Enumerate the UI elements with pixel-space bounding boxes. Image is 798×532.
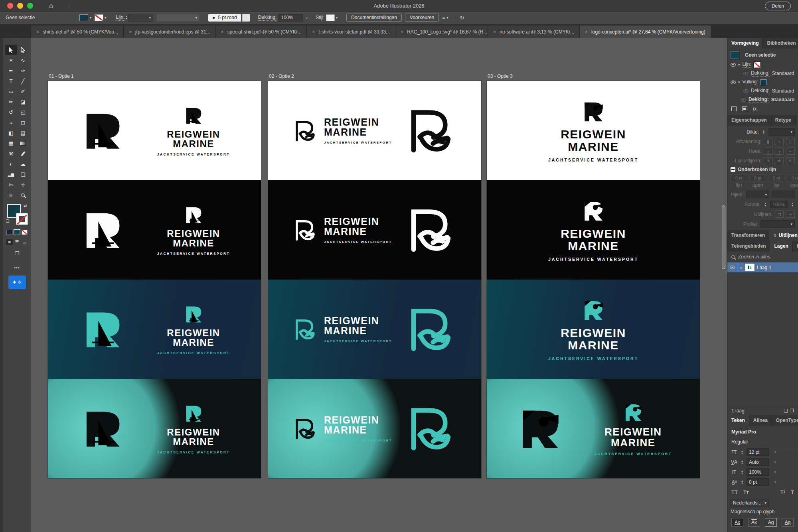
panel-grip-icon[interactable]: ⋯⋯	[13, 39, 21, 43]
tab-uitlijnen[interactable]: ⇅ Uitlijnen	[769, 230, 798, 241]
visibility-eye-icon[interactable]	[730, 266, 735, 269]
tab-lijn[interactable]: ⇅ Lijn	[796, 115, 798, 126]
shaper-tool[interactable]: ✏	[5, 97, 17, 107]
lasso-tool[interactable]: ∿	[17, 55, 29, 65]
stroke-label[interactable]: Lijn:	[743, 61, 751, 68]
chevron-down-icon[interactable]: ▾	[738, 80, 740, 84]
dashed-line-checkbox[interactable]	[731, 167, 735, 172]
close-icon[interactable]: ×	[493, 29, 496, 35]
zoom-tool[interactable]	[17, 190, 29, 200]
doc-tab[interactable]: × special-shirt.pdf @ 50 % (CMYK/...	[216, 26, 307, 38]
gap-field[interactable]: 0 pt	[787, 174, 798, 181]
chevron-down-icon[interactable]: ▾	[771, 449, 780, 456]
gradient-swatch[interactable]	[14, 230, 20, 235]
tab-teken[interactable]: Teken	[727, 415, 749, 426]
close-icon[interactable]: ×	[312, 29, 315, 35]
align-options-icon[interactable]: ≡	[442, 15, 445, 21]
weight-dropdown[interactable]: ▾	[768, 128, 795, 136]
chevron-down-icon[interactable]: ▾	[105, 16, 107, 20]
global-opacity-row[interactable]: Dekking: Standaard	[727, 95, 798, 104]
horizontal-scale-field[interactable]: 100%	[747, 468, 769, 476]
doc-tab[interactable]: × jfp-vastgoedonderhoud.eps @ 31...	[124, 26, 216, 38]
fill-swatch[interactable]	[79, 14, 88, 21]
stroke-color-control[interactable]: ▾	[95, 14, 107, 21]
superscript-button[interactable]: T¹	[780, 489, 785, 495]
tab-eigenschappen[interactable]: Eigenschappen	[727, 115, 771, 126]
stroke-proxy[interactable]	[16, 213, 28, 225]
profile-dropdown[interactable]: ▾	[760, 220, 795, 228]
stepper-icon[interactable]: ▴▾	[790, 202, 795, 207]
font-family-dropdown[interactable]: Myriad Pro	[727, 427, 798, 437]
opacity-label[interactable]: Dekking:	[749, 97, 769, 103]
eyedropper-tool[interactable]	[17, 148, 29, 159]
column-graph-tool[interactable]: ▂▆	[5, 169, 17, 179]
variable-width-profile-dropdown[interactable]: ▾	[156, 14, 200, 22]
artboard-label[interactable]: 02 - Optie 2	[269, 73, 294, 79]
layer-name[interactable]: Laag 1	[757, 265, 772, 270]
rotate-tool[interactable]: ↺	[5, 107, 17, 117]
tab-bibliotheken[interactable]: Bibliotheken	[763, 38, 798, 49]
align-center-button[interactable]: ╘	[764, 157, 772, 164]
stroke-none-swatch[interactable]	[95, 14, 103, 21]
all-caps-button[interactable]: TT	[731, 489, 738, 495]
layers-search[interactable]: Zoeken in alles	[727, 252, 798, 262]
stepper-icon[interactable]: ▴▾	[761, 130, 766, 134]
draw-normal-mode[interactable]: ◙	[6, 239, 13, 245]
doc-tab[interactable]: × shirts-def.ai* @ 50 % (CMYK/Voo...	[31, 26, 124, 38]
scale-tool[interactable]: ◱	[17, 107, 29, 117]
corner-bevel-button[interactable]: ⌐	[786, 148, 795, 155]
artboard-label[interactable]: 03 - Optie 3	[488, 73, 513, 79]
chevron-down-icon[interactable]: ▾	[771, 459, 780, 466]
font-style-dropdown[interactable]: Regular	[727, 437, 798, 447]
fill-label[interactable]: Vulling:	[743, 79, 758, 85]
print-tiling-tool[interactable]: ≣	[5, 190, 17, 200]
mesh-tool[interactable]: ▦	[5, 138, 17, 148]
snap-baseline-button[interactable]: Ax	[731, 518, 743, 527]
chevron-down-icon[interactable]: ▾	[771, 479, 780, 486]
baseline-shift-field[interactable]: 0 pt	[747, 478, 769, 486]
dash-field[interactable]: 0 pt	[731, 174, 747, 181]
align-outside-button[interactable]: ╛	[786, 157, 795, 164]
arrow-scale-field[interactable]: 100%	[770, 201, 788, 208]
pen-tool[interactable]: ✒	[5, 65, 17, 76]
cap-projecting-button[interactable]: ▯	[786, 138, 795, 145]
stroke-row[interactable]: ▾ Lijn:	[727, 60, 798, 69]
small-caps-button[interactable]: Tᴛ	[743, 489, 749, 495]
stroke-weight-dropdown[interactable]: ▾	[128, 14, 153, 22]
tab-lagen[interactable]: Lagen	[770, 241, 792, 252]
blend-tool[interactable]: ◐	[5, 159, 17, 169]
shape-builder-tool[interactable]: ◧	[5, 128, 17, 138]
screen-mode-icon[interactable]: ❐	[15, 250, 20, 256]
symbol-sprayer-tool[interactable]: ☁	[17, 159, 29, 169]
subscript-button[interactable]: T	[791, 489, 794, 495]
tab-transformeren[interactable]: Transformeren	[727, 230, 769, 241]
fx-icon[interactable]: fx.	[753, 106, 758, 112]
free-transform-tool[interactable]: ◻	[17, 117, 29, 128]
slice-tool[interactable]: ⚒	[5, 148, 17, 159]
close-icon[interactable]: ×	[221, 29, 224, 35]
fill-opacity-row[interactable]: Dekking: Standaard	[727, 87, 798, 95]
align-inside-button[interactable]: ╧	[775, 157, 784, 164]
doc-tab[interactable]: × t-shirts-voor-stefan.pdf @ 33,33...	[307, 26, 395, 38]
line-segment-tool[interactable]: ╱	[17, 76, 29, 86]
stepper-icon[interactable]: ▴▾	[763, 202, 768, 207]
magic-wand-tool[interactable]: ✶	[5, 55, 17, 65]
doc-tab[interactable]: × RAC_100_Logo.svg* @ 16,67 % (R...	[395, 26, 488, 38]
gap-field[interactable]: 0 pt	[749, 174, 766, 181]
gradient-tool[interactable]	[17, 138, 29, 148]
close-icon[interactable]: ×	[401, 29, 403, 35]
generative-ai-button[interactable]: ✦✧	[8, 276, 26, 289]
preferences-button[interactable]: Voorkeuren	[405, 14, 439, 22]
tab-retype[interactable]: Retype	[771, 115, 796, 126]
share-button[interactable]: Delen	[765, 2, 791, 10]
close-icon[interactable]: ×	[129, 29, 132, 35]
doc-tab[interactable]: × nu-software.ai @ 3,13 % (CMYK/...	[488, 26, 580, 38]
stroke-weight-control[interactable]: Lijn: ▴▾ ▾	[116, 14, 153, 22]
stepper-icon[interactable]: ▴▾	[740, 460, 745, 465]
chevron-down-icon[interactable]: ▾	[771, 469, 780, 476]
stepper-icon[interactable]: ▴▾	[126, 15, 127, 20]
layer-row[interactable]: ▸ Laag 1	[727, 262, 798, 272]
arrowhead-end-dropdown[interactable]	[772, 191, 795, 198]
arrow-align-tip-button[interactable]: ⇉	[775, 211, 784, 218]
stepper-icon[interactable]: ▴▾	[740, 450, 745, 455]
